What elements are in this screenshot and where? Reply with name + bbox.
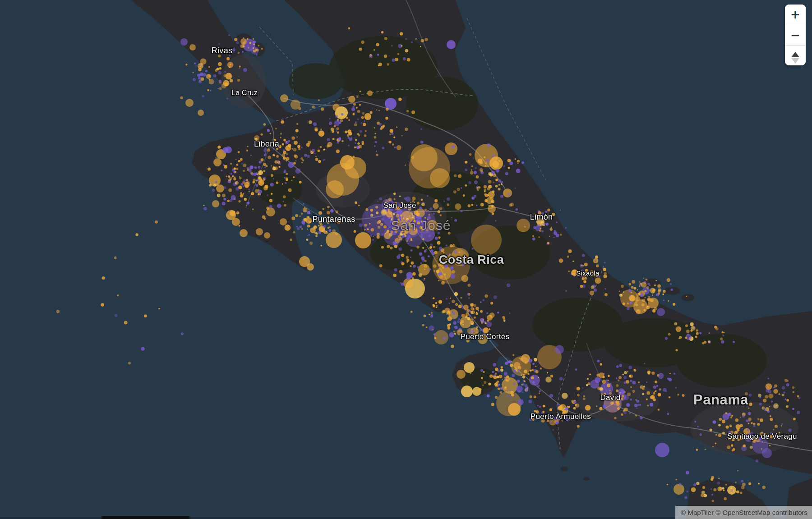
data-dot: [232, 175, 234, 177]
pitch-toggle-button[interactable]: [785, 45, 806, 65]
data-dot: [450, 266, 454, 270]
data-dot: [459, 251, 461, 253]
data-dot: [374, 136, 376, 139]
data-dot: [773, 429, 774, 431]
data-bubble: [464, 362, 475, 373]
data-dot: [461, 187, 462, 189]
data-dot: [114, 257, 117, 259]
zoom-out-button[interactable]: −: [785, 25, 806, 45]
map-canvas[interactable]: RivasLa CruzLiberiaPuntarenasSan JoséSan…: [0, 0, 812, 519]
data-dot: [424, 220, 427, 223]
data-dot: [398, 216, 401, 220]
data-dot: [404, 207, 406, 209]
zoom-in-button[interactable]: +: [785, 5, 806, 25]
data-dot: [597, 276, 599, 277]
data-dot: [408, 207, 411, 211]
data-dot: [424, 209, 427, 211]
data-bubble: [307, 263, 314, 271]
data-dot: [624, 381, 626, 384]
data-dot: [328, 229, 331, 232]
data-dot: [308, 234, 310, 236]
data-dot: [335, 232, 338, 235]
data-dot: [358, 134, 360, 136]
data-dot: [217, 68, 219, 70]
data-dot: [487, 143, 490, 147]
data-dot: [495, 367, 498, 371]
data-dot: [512, 374, 515, 377]
data-dot: [518, 366, 521, 370]
data-dot: [429, 226, 431, 229]
data-dot: [460, 297, 462, 299]
data-dot: [480, 329, 483, 331]
data-dot: [393, 274, 397, 277]
data-dot: [415, 205, 417, 207]
data-dot: [650, 299, 654, 302]
data-dot: [452, 145, 455, 148]
data-dot: [254, 138, 258, 141]
data-dot: [306, 217, 312, 224]
data-dot: [417, 202, 420, 205]
data-dot: [657, 409, 660, 411]
data-dot: [472, 248, 474, 249]
data-dot: [629, 366, 632, 369]
data-dot: [751, 422, 752, 424]
data-dot: [357, 110, 360, 113]
data-dot: [388, 141, 391, 143]
data-dot: [552, 213, 555, 216]
data-dot: [313, 122, 317, 126]
data-dot: [621, 397, 623, 400]
data-dot: [525, 361, 528, 364]
data-dot: [388, 198, 392, 201]
data-dot: [278, 145, 281, 148]
data-dot: [667, 484, 669, 486]
data-dot: [784, 379, 788, 382]
data-dot: [676, 479, 678, 481]
data-dot: [360, 122, 362, 124]
data-dot: [653, 386, 656, 389]
data-dot: [764, 433, 766, 435]
data-dot: [236, 164, 238, 166]
data-dot: [258, 141, 259, 142]
data-dot: [565, 290, 567, 292]
data-dot: [467, 309, 470, 312]
map-attribution[interactable]: © MapTiler © OpenStreetMap contributors: [675, 506, 812, 519]
data-dot: [652, 309, 655, 312]
data-dot: [309, 242, 313, 245]
data-dot: [387, 202, 388, 204]
data-dot: [484, 322, 487, 325]
data-dot: [451, 257, 452, 259]
data-dot: [655, 381, 657, 383]
data-dot: [217, 146, 221, 149]
data-dot: [728, 437, 731, 440]
data-dot: [481, 377, 483, 379]
data-dot: [452, 300, 455, 303]
data-dot: [397, 53, 399, 55]
data-dot: [630, 380, 632, 382]
data-dot: [550, 375, 553, 377]
data-dot: [208, 66, 210, 68]
data-dot: [275, 128, 277, 129]
data-dot: [226, 175, 227, 177]
data-bubble: [502, 377, 518, 394]
data-dot: [700, 433, 702, 436]
data-dot: [513, 370, 516, 372]
data-dot: [296, 136, 298, 138]
data-dot: [490, 302, 493, 304]
data-dot: [705, 449, 706, 450]
data-dot: [401, 254, 405, 257]
data-dot: [221, 170, 223, 171]
data-dot: [388, 207, 389, 209]
data-bubble: [471, 225, 502, 255]
data-dot: [572, 261, 574, 262]
data-dot: [297, 227, 300, 230]
data-dot: [379, 264, 383, 267]
data-dot: [631, 292, 632, 293]
data-dot: [271, 165, 272, 166]
data-dot: [375, 141, 377, 143]
data-dot: [729, 424, 732, 427]
data-dot: [390, 230, 393, 233]
data-dot: [737, 470, 738, 472]
data-dot: [259, 161, 262, 163]
data-dot: [546, 223, 549, 225]
data-dot: [264, 185, 268, 188]
